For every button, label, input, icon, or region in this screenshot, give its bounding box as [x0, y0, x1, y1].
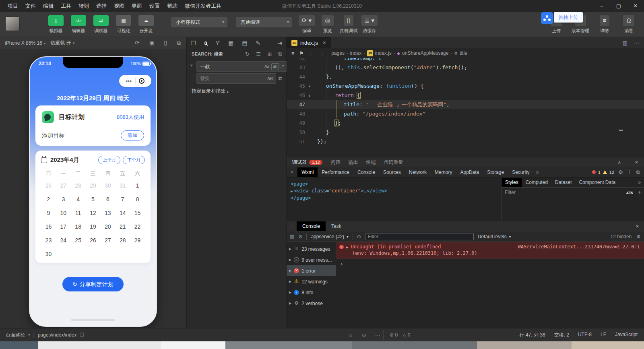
- menu-item-7[interactable]: 视图: [110, 0, 128, 12]
- breadcrumb-item[interactable]: index.js: [375, 50, 392, 56]
- menu-item-4[interactable]: 工具: [57, 0, 75, 12]
- back-icon[interactable]: ←: [309, 50, 314, 56]
- expand-arrow-icon[interactable]: ▶: [289, 258, 291, 262]
- styles-tab-computed[interactable]: Computed: [522, 178, 551, 187]
- devtools-tab-network[interactable]: Network: [405, 167, 431, 177]
- error-source-link[interactable]: WAServiceMainContext...23174076&v=2.27.0…: [518, 244, 640, 250]
- device-frame-icon[interactable]: ▯: [164, 39, 167, 46]
- expand-arrow-icon[interactable]: ▶: [289, 291, 291, 294]
- replace-all-icon[interactable]: ⧉: [279, 75, 282, 82]
- cls-toggle[interactable]: .cls: [626, 190, 633, 195]
- calendar-day[interactable]: 27: [100, 233, 115, 247]
- console-log-area[interactable]: ✕ ▶ Uncaught (in promise) undefined WASe…: [336, 242, 644, 328]
- capsule-menu[interactable]: •••: [119, 75, 151, 87]
- git-icon[interactable]: ϒ: [215, 40, 220, 46]
- console-filter-list[interactable]: ▶≡23 messages: [287, 244, 336, 254]
- menu-item-6[interactable]: 选择: [93, 0, 110, 12]
- styles-tab-component-data[interactable]: Component Data: [575, 178, 619, 187]
- calendar-day[interactable]: 20: [100, 220, 115, 233]
- calendar-day[interactable]: 19: [86, 220, 101, 233]
- brush-icon[interactable]: ✎: [256, 40, 261, 46]
- expand-arrow-icon[interactable]: ▶: [289, 280, 291, 283]
- wxml-node[interactable]: </page>: [291, 195, 501, 202]
- action-refresh[interactable]: ⟳ ▾编译: [298, 15, 316, 34]
- calendar-day[interactable]: 26: [86, 233, 101, 247]
- calendar-day[interactable]: 30: [41, 247, 56, 261]
- console-filter-info[interactable]: ▶i8 info: [287, 287, 336, 298]
- menu-icon[interactable]: ≡: [291, 50, 295, 56]
- more-actions-icon[interactable]: ⋯: [634, 40, 639, 46]
- sidebar-toggle-icon[interactable]: ▥: [290, 234, 294, 240]
- maximize-button[interactable]: ▢: [610, 0, 627, 12]
- copy-path-icon[interactable]: ❐: [80, 332, 84, 338]
- devtools-tab-wxml[interactable]: Wxml: [297, 167, 318, 177]
- action-list[interactable]: ≡详情: [596, 15, 613, 34]
- menu-item-1[interactable]: 项目: [4, 0, 22, 12]
- context-select[interactable]: appservice (#2)▾: [311, 234, 348, 240]
- clear-console-icon[interactable]: ⊘: [298, 234, 302, 240]
- calendar-day[interactable]: 17: [56, 220, 71, 233]
- toolbar-button-phone[interactable]: ▯模拟器: [47, 15, 65, 34]
- more-tabs-icon[interactable]: »: [638, 180, 644, 185]
- split-editor-icon[interactable]: ▥: [623, 40, 627, 46]
- rotate-icon[interactable]: ⟳: [135, 39, 140, 46]
- status-item-5[interactable]: JavaScript: [615, 332, 638, 339]
- undock-icon[interactable]: ⧉: [636, 169, 640, 176]
- calendar-day[interactable]: 12: [86, 206, 101, 220]
- action-eye[interactable]: ◎预览: [319, 15, 336, 34]
- search-icon[interactable]: [204, 41, 207, 45]
- new-rule-icon[interactable]: +: [638, 190, 641, 195]
- user-avatar[interactable]: [5, 17, 20, 31]
- calendar-day[interactable]: 24: [56, 233, 71, 247]
- mode-select[interactable]: 小程序模式▾: [171, 17, 227, 27]
- breadcrumb-item[interactable]: index: [350, 50, 362, 56]
- styles-filter-input[interactable]: Filter: [505, 190, 516, 195]
- expand-arrow-icon[interactable]: ▶: [289, 302, 291, 305]
- forward-icon[interactable]: →: [319, 50, 324, 56]
- fold-icon[interactable]: ∨: [305, 93, 314, 97]
- calendar-day[interactable]: 21: [115, 220, 130, 233]
- close-console-icon[interactable]: ✕: [636, 224, 644, 229]
- inspect-element-icon[interactable]: ⌖: [287, 169, 297, 176]
- whole-word-icon[interactable]: ab: [271, 63, 279, 70]
- console-tab-task[interactable]: Task: [326, 221, 347, 231]
- calendar-day[interactable]: 29: [86, 179, 101, 192]
- calendar-day[interactable]: 15: [130, 206, 145, 220]
- console-filter-warning[interactable]: ▶⚠12 warnings: [287, 276, 336, 287]
- collapse-panel-icon[interactable]: ∧: [618, 160, 621, 165]
- calendar-day[interactable]: 1: [130, 179, 145, 192]
- breadcrumb-item[interactable]: onShareAppMessage: [402, 50, 448, 56]
- debugger-tab-问题[interactable]: 问题: [330, 159, 340, 166]
- more-tabs-icon[interactable]: »: [534, 169, 541, 175]
- calendar-day[interactable]: 25: [71, 233, 86, 247]
- styles-tab-dataset[interactable]: Dataset: [551, 178, 575, 187]
- calendar-day[interactable]: 5: [86, 192, 101, 206]
- hot-reload-toggle[interactable]: 热重载 开▾: [50, 39, 74, 46]
- minimize-button[interactable]: –: [593, 0, 610, 12]
- calendar-day[interactable]: 31: [115, 179, 130, 192]
- calendar-day[interactable]: 8: [130, 192, 145, 206]
- vconsole-icon[interactable]: ☼: [348, 332, 353, 338]
- expand-results-icon[interactable]: ☰: [256, 51, 261, 57]
- next-month-button[interactable]: 下个月: [123, 156, 145, 164]
- menu-item-10[interactable]: 帮助: [163, 0, 181, 12]
- toggle-replace-icon[interactable]: ∨: [190, 63, 193, 67]
- debugger-tab-终端[interactable]: 终端: [366, 159, 376, 166]
- search-input[interactable]: [200, 64, 262, 69]
- calendar-day[interactable]: 3: [56, 192, 71, 206]
- calendar-day[interactable]: 14: [115, 206, 130, 220]
- devtools-tab-sources[interactable]: Sources: [379, 167, 405, 177]
- scope-toggle[interactable]: 指定目录和排除 ▴: [192, 88, 286, 95]
- refresh-icon[interactable]: ↻: [245, 51, 250, 57]
- add-goal-button[interactable]: 添加: [121, 130, 144, 140]
- debugger-tab-输出[interactable]: 输出: [348, 159, 358, 166]
- calendar-day[interactable]: 28: [115, 233, 130, 247]
- console-prompt[interactable]: ›: [336, 258, 644, 267]
- expand-arrow-icon[interactable]: ▶: [346, 245, 348, 249]
- menu-item-5[interactable]: 转到: [75, 0, 93, 12]
- status-item-4[interactable]: LF: [601, 332, 606, 339]
- files-icon[interactable]: ❐: [191, 40, 196, 46]
- multi-window-icon[interactable]: ⧉: [177, 39, 181, 46]
- preserve-case-icon[interactable]: AB: [266, 76, 274, 82]
- open-in-editor-icon[interactable]: ⊞: [267, 51, 272, 57]
